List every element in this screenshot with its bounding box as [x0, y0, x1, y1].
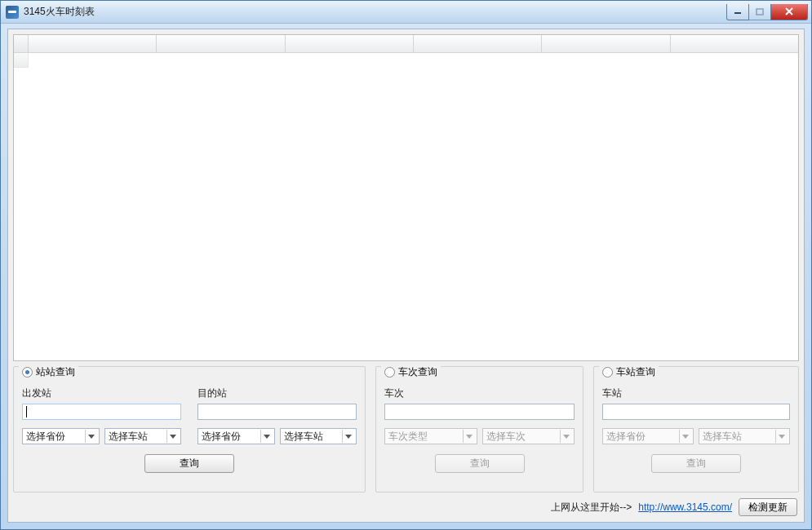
- single-province-select[interactable]: 选择省份: [602, 428, 694, 444]
- single-station-select[interactable]: 选择车站: [699, 428, 790, 444]
- depart-input[interactable]: [22, 404, 181, 420]
- single-station-query-button[interactable]: 查询: [651, 454, 741, 473]
- train-type-select[interactable]: 车次类型: [384, 428, 477, 444]
- single-station-label: 车站: [602, 386, 790, 400]
- results-grid[interactable]: [13, 34, 799, 361]
- station-query-button[interactable]: 查询: [144, 454, 234, 473]
- dest-input[interactable]: [197, 404, 357, 420]
- station-to-station-panel: 站站查询 出发站 选择省份 选择车站: [13, 366, 366, 492]
- train-select-value: 选择车次: [486, 430, 557, 444]
- depart-station-select[interactable]: 选择车站: [104, 428, 182, 444]
- titlebar[interactable]: 3145火车时刻表: [1, 1, 811, 24]
- window-title: 3145火车时刻表: [24, 5, 727, 19]
- dest-station-select[interactable]: 选择车站: [280, 428, 357, 444]
- client-area: 站站查询 出发站 选择省份 选择车站: [7, 29, 805, 523]
- chevron-down-icon: [260, 430, 273, 443]
- train-number-legend[interactable]: 车次查询: [381, 365, 441, 378]
- close-button[interactable]: [770, 4, 808, 20]
- app-window: 3145火车时刻表: [0, 0, 812, 530]
- dest-label: 目的站: [197, 386, 357, 400]
- query-panels: 站站查询 出发站 选择省份 选择车站: [13, 366, 799, 492]
- chevron-down-icon: [463, 430, 475, 443]
- station-to-station-radio[interactable]: [22, 367, 33, 378]
- grid-col-6[interactable]: [671, 35, 798, 52]
- train-number-label: 车次查询: [398, 365, 437, 379]
- station-legend[interactable]: 车站查询: [599, 365, 659, 378]
- dest-province-value: 选择省份: [202, 430, 257, 444]
- grid-corner: [14, 35, 29, 52]
- maximize-button: [748, 4, 771, 20]
- single-province-value: 选择省份: [606, 430, 676, 444]
- minimize-icon: [734, 8, 742, 15]
- chevron-down-icon: [166, 430, 179, 443]
- chevron-down-icon: [679, 430, 691, 443]
- grid-row-header: [14, 53, 29, 68]
- train-type-value: 车次类型: [388, 430, 459, 444]
- grid-body: [14, 53, 798, 360]
- depart-label: 出发站: [22, 386, 181, 400]
- footer-pretext: 上网从这里开始-->: [551, 501, 632, 515]
- depart-province-value: 选择省份: [26, 430, 82, 444]
- chevron-down-icon: [775, 430, 788, 443]
- dest-station-value: 选择车站: [284, 430, 339, 444]
- station-panel-label: 车站查询: [616, 365, 655, 379]
- svg-rect-0: [734, 12, 741, 14]
- grid-col-4[interactable]: [414, 35, 542, 52]
- window-controls: [727, 4, 808, 20]
- close-icon: [784, 7, 794, 15]
- grid-empty-row: [14, 53, 798, 68]
- app-icon: [6, 6, 19, 19]
- chevron-down-icon: [342, 430, 354, 443]
- station-to-station-legend[interactable]: 站站查询: [19, 365, 78, 378]
- train-select[interactable]: 选择车次: [482, 428, 575, 444]
- depart-province-select[interactable]: 选择省份: [22, 428, 100, 444]
- train-number-panel: 车次查询 车次 车次类型 选择车次: [375, 366, 583, 492]
- train-label: 车次: [384, 386, 575, 400]
- station-to-station-label: 站站查询: [36, 365, 75, 379]
- maximize-icon: [756, 8, 764, 15]
- single-station-input[interactable]: [602, 404, 790, 420]
- station-radio[interactable]: [602, 367, 613, 378]
- check-update-button[interactable]: 检测更新: [739, 498, 797, 516]
- svg-rect-1: [757, 9, 763, 15]
- grid-col-5[interactable]: [542, 35, 670, 52]
- footer-link[interactable]: http://www.3145.com/: [638, 501, 732, 513]
- train-query-button[interactable]: 查询: [435, 454, 525, 473]
- chevron-down-icon: [85, 430, 97, 443]
- minimize-button[interactable]: [726, 4, 749, 20]
- chevron-down-icon: [560, 430, 572, 443]
- grid-col-2[interactable]: [157, 35, 285, 52]
- depart-station-value: 选择车站: [109, 430, 164, 444]
- single-station-select-value: 选择车站: [703, 430, 772, 444]
- grid-header: [14, 35, 798, 53]
- train-input[interactable]: [384, 404, 575, 420]
- station-panel: 车站查询 车站 选择省份 选择车站: [593, 366, 799, 492]
- train-number-radio[interactable]: [384, 367, 395, 378]
- footer: 上网从这里开始--> http://www.3145.com/ 检测更新: [13, 497, 799, 519]
- grid-col-3[interactable]: [286, 35, 414, 52]
- dest-province-select[interactable]: 选择省份: [197, 428, 275, 444]
- grid-col-1[interactable]: [29, 35, 157, 52]
